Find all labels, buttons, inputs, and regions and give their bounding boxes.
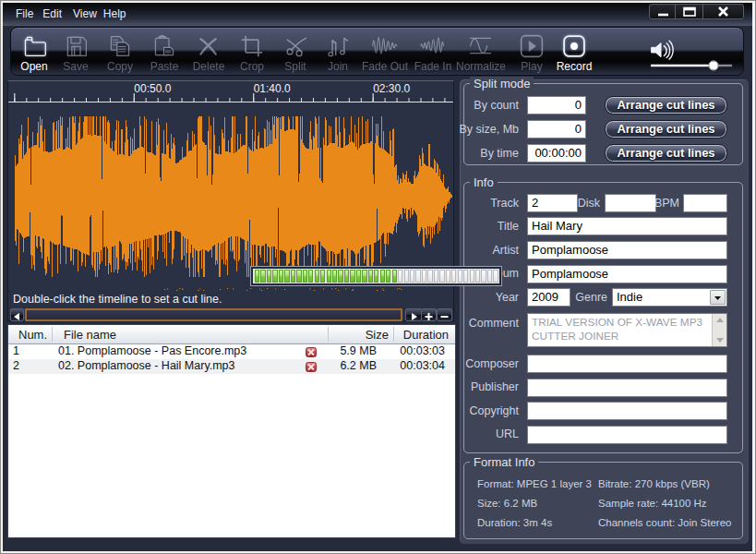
svg-text:02:30.0: 02:30.0 (373, 82, 410, 95)
svg-text:00:50.0: 00:50.0 (134, 82, 171, 95)
svg-text:01:40.0: 01:40.0 (254, 82, 291, 95)
